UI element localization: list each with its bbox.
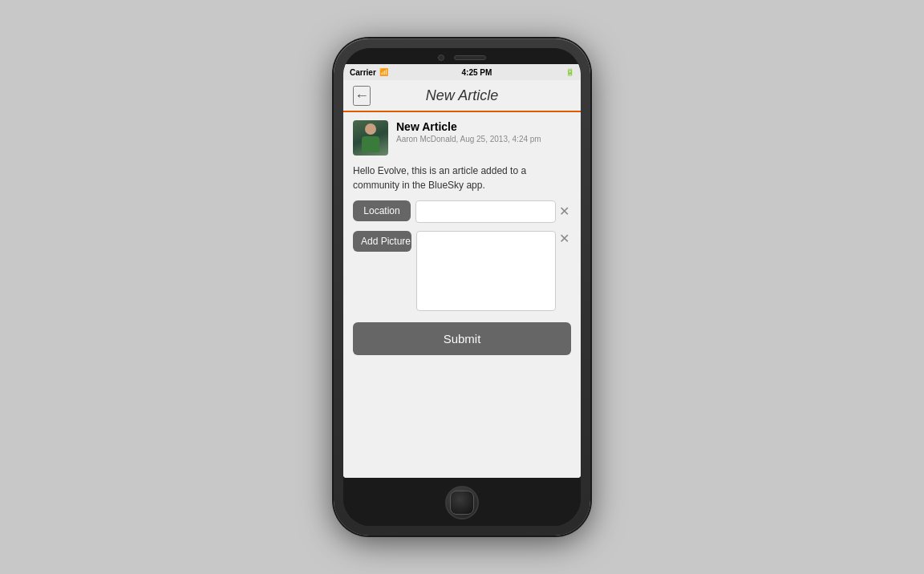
- add-picture-button[interactable]: Add Picture: [353, 231, 411, 252]
- location-input-wrapper: ✕: [415, 200, 571, 223]
- battery-icon: 🔋: [565, 68, 574, 76]
- status-right: 🔋: [565, 68, 574, 76]
- nav-bar: ← New Article: [343, 80, 581, 112]
- phone-screen: Carrier 📶 4:25 PM 🔋 ← New Article: [343, 64, 581, 478]
- location-clear-button[interactable]: ✕: [557, 204, 571, 220]
- avatar-image: [353, 120, 388, 156]
- status-time: 4:25 PM: [462, 68, 492, 77]
- article-header: New Article Aaron McDonald, Aug 25, 2013…: [353, 120, 571, 156]
- nav-title: New Article: [426, 87, 498, 104]
- location-button[interactable]: Location: [353, 200, 411, 221]
- picture-clear-button[interactable]: ✕: [557, 231, 571, 247]
- article-author-date: Aaron McDonald, Aug 25, 2013, 4:24 pm: [396, 135, 541, 144]
- home-button-inner: [450, 491, 474, 515]
- speaker-grille: [454, 55, 486, 60]
- location-input[interactable]: [415, 200, 556, 223]
- status-left: Carrier 📶: [350, 68, 388, 77]
- submit-button[interactable]: Submit: [353, 322, 571, 355]
- carrier-label: Carrier: [350, 68, 376, 77]
- article-title: New Article: [396, 120, 541, 133]
- add-picture-row: Add Picture ✕: [353, 231, 571, 311]
- content-area: New Article Aaron McDonald, Aug 25, 2013…: [343, 112, 581, 478]
- article-body: Hello Evolve, this is an article added t…: [353, 164, 571, 192]
- avatar-head: [365, 123, 376, 135]
- article-meta: New Article Aaron McDonald, Aug 25, 2013…: [396, 120, 541, 144]
- avatar-body: [362, 136, 379, 152]
- wifi-icon: 📶: [379, 68, 388, 76]
- status-bar: Carrier 📶 4:25 PM 🔋: [343, 64, 581, 80]
- phone-top-bar: [343, 48, 581, 64]
- phone-device: Carrier 📶 4:25 PM 🔋 ← New Article: [334, 38, 590, 536]
- avatar-person: [361, 123, 380, 152]
- location-row: Location ✕: [353, 200, 571, 223]
- phone-bottom: [343, 478, 581, 526]
- home-button[interactable]: [445, 486, 479, 519]
- avatar: [353, 120, 388, 156]
- picture-textarea[interactable]: [416, 231, 556, 311]
- back-button[interactable]: ←: [353, 86, 371, 106]
- camera-dot: [438, 55, 444, 61]
- phone-inner: Carrier 📶 4:25 PM 🔋 ← New Article: [343, 48, 581, 526]
- picture-textarea-wrapper: ✕: [416, 231, 571, 311]
